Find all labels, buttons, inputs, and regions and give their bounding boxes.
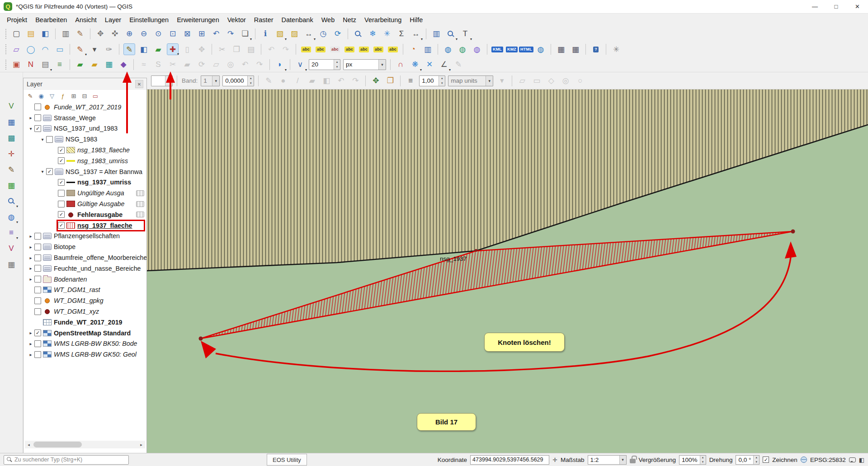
layer-visibility-checkbox[interactable]: ✓	[58, 211, 65, 218]
diagram-icon[interactable]: ◔	[407, 43, 419, 55]
digitize-menu-icon[interactable]: ▾	[89, 43, 100, 55]
serval-draw-icon[interactable]: ✎	[263, 75, 274, 87]
measure-area-icon[interactable]: ↔▾	[410, 28, 422, 40]
data-table-icon[interactable]: ▦	[5, 259, 17, 270]
purple-tool-icon[interactable]: ◆	[118, 59, 129, 71]
expand-icon[interactable]: ▸	[27, 277, 34, 282]
menu-netz[interactable]: Netz	[339, 15, 360, 25]
zoom-next-icon[interactable]: ↷	[225, 28, 236, 40]
snap-tolerance-spin[interactable]: 20▴▾	[309, 59, 340, 70]
memory-layer-indicator-icon[interactable]	[136, 212, 144, 217]
layer-visibility-checkbox[interactable]: ✓	[58, 179, 65, 186]
shape-edit3-icon[interactable]: ◇	[545, 75, 557, 87]
expand-all-icon[interactable]: ⊞	[69, 91, 78, 100]
serval-undo-icon[interactable]: ↶	[335, 75, 347, 87]
vertex-marker-right[interactable]	[791, 230, 795, 234]
green-capture-icon[interactable]: ▰	[74, 59, 86, 71]
web-globe-icon[interactable]: ◍▾	[5, 211, 17, 223]
layer-tree-item[interactable]: Funde_WT_2017_2019	[24, 102, 146, 113]
layer-tree-item[interactable]: ✓nsg_1937_flaeche	[24, 220, 146, 231]
coordinate-input[interactable]	[470, 455, 549, 465]
paste-features-icon[interactable]: ▤	[245, 43, 257, 55]
label-icon[interactable]: abc	[300, 43, 312, 55]
tracing-icon[interactable]: ❋▾	[409, 59, 421, 71]
digitize-segment-icon[interactable]: ▣	[10, 59, 22, 71]
yellow-capture-icon[interactable]: ▰	[89, 59, 100, 71]
shape-edit5-icon[interactable]: ○	[574, 75, 586, 87]
vertex-marker-mid[interactable]	[475, 249, 477, 252]
layer-visibility-checkbox[interactable]	[58, 190, 65, 197]
layer-visibility-checkbox[interactable]	[34, 340, 41, 347]
shape-edit4-icon[interactable]: ◎	[560, 75, 571, 87]
merge-features-icon[interactable]: ▰	[181, 59, 193, 71]
pan-selection-icon[interactable]: ✜	[109, 28, 121, 40]
minimize-button[interactable]: —	[804, 0, 826, 13]
remove-layer-icon[interactable]: ▭	[91, 91, 100, 100]
layer-tree-item[interactable]: ✓nsg_1937_umriss	[24, 177, 146, 188]
layer-tree-item[interactable]: Gültige Ausgabe	[24, 198, 146, 209]
cut-features-icon[interactable]: ✂	[216, 43, 228, 55]
shape-edit1-icon[interactable]: ▱	[516, 75, 528, 87]
offline-editing-icon[interactable]: ◍	[471, 43, 483, 55]
rotation-spin[interactable]: 0,0 ° ▴▾	[736, 455, 760, 465]
toggle-editing-icon[interactable]: ✎	[123, 43, 135, 55]
zoom-native-icon[interactable]: ⊙	[152, 28, 164, 40]
memory-layer-indicator-icon[interactable]	[136, 201, 144, 207]
paint-bucket-icon[interactable]: ◗▾	[274, 59, 286, 71]
expand-icon[interactable]: ▸	[27, 341, 34, 346]
label-rotate-icon[interactable]: abc	[373, 43, 384, 55]
select-features-icon[interactable]: ▧▾	[274, 28, 286, 40]
angle-constraint-icon[interactable]: ∠▾	[438, 59, 450, 71]
layer-visibility-checkbox[interactable]	[34, 244, 41, 250]
line-width-icon[interactable]: ≡	[405, 75, 416, 87]
shape-circle-icon[interactable]: ◯	[25, 43, 37, 55]
spin-up-icon[interactable]: ▴	[754, 456, 759, 460]
layer-visibility-checkbox[interactable]	[34, 287, 41, 293]
messages-icon[interactable]	[849, 457, 856, 462]
construction-icon[interactable]: ✎	[453, 59, 464, 71]
topology-checker-icon[interactable]: V	[5, 243, 17, 254]
plugin-tool-icon[interactable]: ✳	[610, 43, 622, 55]
collapse-icon[interactable]: ▾	[39, 169, 46, 174]
datasource-manager-icon[interactable]: ▥	[430, 28, 442, 40]
organize-columns-icon[interactable]: ≡	[54, 59, 66, 71]
allow-edits-icon[interactable]: ✑	[103, 43, 115, 55]
mesh-calculator-icon[interactable]: ▩	[5, 132, 17, 144]
menu-datenbank[interactable]: Datenbank	[278, 15, 317, 25]
expand-icon[interactable]: ▸	[27, 234, 34, 239]
expand-icon[interactable]: ▸	[27, 330, 34, 335]
new-project-icon[interactable]: ▢	[10, 28, 22, 40]
layer-tree-item[interactable]: WT_DGM1_gpkg	[24, 295, 146, 306]
crs-value[interactable]: EPSG:25832	[810, 457, 846, 463]
expand-icon[interactable]: ▸	[27, 115, 34, 120]
label-unpin-icon[interactable]: abc	[329, 43, 341, 55]
undo-adv-icon[interactable]: ↶	[239, 59, 251, 71]
layer-visibility-checkbox[interactable]	[34, 104, 41, 110]
redo-icon[interactable]: ↷	[280, 43, 292, 55]
menu-vektor[interactable]: Vektor	[223, 15, 250, 25]
render-checkbox[interactable]: ✓	[763, 457, 769, 463]
spin-down-icon[interactable]: ▾	[700, 460, 706, 464]
layer-visibility-checkbox[interactable]: ✓	[58, 147, 65, 154]
shape-arc-icon[interactable]: ◠	[39, 43, 51, 55]
memory-layer-indicator-icon[interactable]	[136, 190, 144, 196]
measure-icon[interactable]: ↔▾	[303, 28, 315, 40]
layer-visibility-checkbox[interactable]	[58, 201, 65, 207]
layer-tree-item[interactable]: ▸Strasse_Wege	[24, 113, 146, 123]
save-edits-icon[interactable]: ◧	[138, 43, 150, 55]
layer-visibility-checkbox[interactable]	[34, 351, 41, 358]
layer-visibility-checkbox[interactable]: ✓	[58, 222, 65, 229]
web-map-icon[interactable]: ◍	[535, 43, 547, 55]
label-change-icon[interactable]: abc	[387, 43, 399, 55]
layout-grid-icon[interactable]: ▦	[570, 43, 581, 55]
label-show-icon[interactable]: abc	[344, 43, 355, 55]
snapping-toggle-icon[interactable]: ∨▾	[294, 59, 306, 71]
menu-ansicht[interactable]: Ansicht	[71, 15, 101, 25]
expand-icon[interactable]: ▸	[27, 352, 34, 357]
collapse-icon[interactable]: ▾	[27, 126, 34, 131]
layer-visibility-checkbox[interactable]	[34, 265, 41, 272]
layer-tree-item[interactable]: Ungültige Ausga	[24, 188, 146, 198]
menu-einstellungen[interactable]: Einstellungen	[125, 15, 173, 25]
serval-line-icon[interactable]: /	[292, 75, 303, 87]
processing-snowflake-icon[interactable]: ❄	[367, 28, 378, 40]
